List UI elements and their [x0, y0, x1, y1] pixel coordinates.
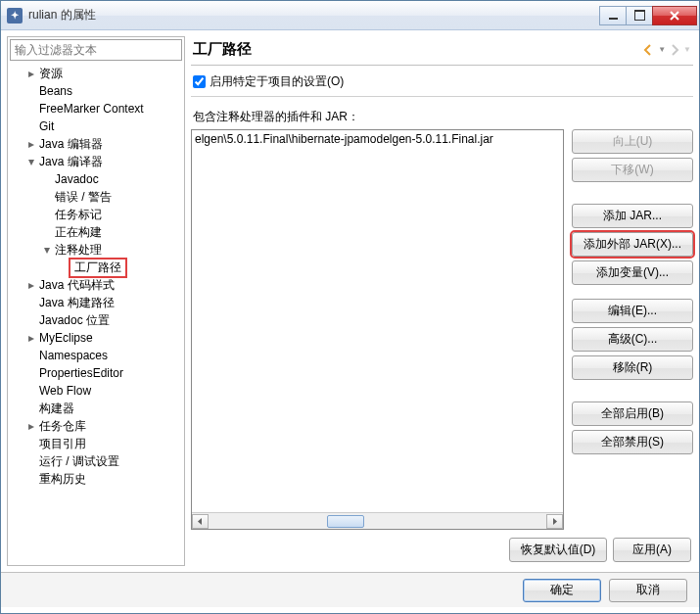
enable-project-checkbox[interactable]	[193, 75, 206, 88]
tree-item-label: Beans	[37, 84, 74, 98]
tree[interactable]: ▸资源▸Beans▸FreeMarker Context▸Git▸Java 编辑…	[8, 63, 184, 565]
tree-item[interactable]: ▾Java 编译器	[8, 153, 184, 170]
main-panel: 工厂路径 ▼ ▼ 启用特定于项目的设置(O) 包含注释处理器的插件和 JAR： …	[191, 36, 693, 566]
dialog-footer: 确定 取消	[1, 572, 699, 607]
tree-item[interactable]: ▸Java 代码样式	[8, 276, 184, 294]
tree-item-label: 任务仓库	[37, 418, 88, 435]
tree-item[interactable]: ▸运行 / 调试设置	[8, 452, 184, 470]
cancel-button[interactable]: 取消	[609, 579, 687, 602]
tree-item-label: MyEclipse	[37, 331, 95, 345]
window-buttons	[600, 6, 697, 25]
tree-item[interactable]: ▸工厂路径	[8, 259, 184, 276]
advanced-button[interactable]: 高级(C)...	[572, 327, 693, 352]
tree-item[interactable]: ▸FreeMarker Context	[8, 100, 184, 118]
tree-item[interactable]: ▸错误 / 警告	[8, 188, 184, 206]
window-title: rulian 的属性	[28, 7, 600, 24]
scroll-left-button[interactable]	[192, 514, 209, 529]
back-icon[interactable]	[642, 43, 656, 57]
tree-item-label: 重构历史	[37, 471, 88, 488]
sidebar: ▸资源▸Beans▸FreeMarker Context▸Git▸Java 编辑…	[7, 36, 185, 566]
add-external-jar-button[interactable]: 添加外部 JAR(X)...	[572, 232, 693, 257]
tree-item-label: Namespaces	[37, 349, 110, 362]
tree-item[interactable]: ▾注释处理	[8, 241, 184, 259]
chevron-right-icon[interactable]: ▸	[25, 331, 37, 345]
minimize-button[interactable]	[599, 6, 627, 25]
page-title: 工厂路径	[193, 40, 642, 59]
tree-item-label: 错误 / 警告	[53, 189, 114, 206]
tree-item[interactable]: ▸资源	[8, 65, 184, 82]
dropdown-icon[interactable]: ▼	[658, 45, 666, 54]
add-variable-button[interactable]: 添加变量(V)...	[572, 260, 693, 285]
tree-item-label: FreeMarker Context	[37, 102, 146, 116]
edit-button[interactable]: 编辑(E)...	[572, 299, 693, 323]
chevron-right-icon[interactable]: ▸	[25, 419, 37, 433]
tree-item-label: 资源	[37, 66, 65, 82]
chevron-down-icon[interactable]: ▾	[25, 155, 37, 168]
tree-item[interactable]: ▸MyEclipse	[8, 329, 184, 347]
enable-all-button[interactable]: 全部启用(B)	[572, 401, 693, 426]
enable-project-label: 启用特定于项目的设置(O)	[210, 73, 344, 90]
jar-listbox[interactable]: elgen\5.0.11.Final\hibernate-jpamodelgen…	[191, 129, 564, 530]
add-jar-button[interactable]: 添加 JAR...	[572, 204, 693, 228]
chevron-right-icon[interactable]: ▸	[25, 67, 37, 80]
tree-item[interactable]: ▸项目引用	[8, 435, 184, 452]
tree-item-label: 正在构建	[53, 224, 104, 241]
filter-input[interactable]	[10, 39, 182, 61]
scroll-track[interactable]	[209, 514, 546, 529]
horizontal-scrollbar[interactable]	[192, 512, 563, 529]
dropdown-icon: ▼	[683, 45, 691, 54]
chevron-right-icon[interactable]: ▸	[25, 137, 37, 151]
nav-arrows: ▼ ▼	[642, 43, 691, 57]
tree-item-label: Javadoc	[53, 172, 101, 186]
tree-item[interactable]: ▸Javadoc 位置	[8, 311, 184, 329]
tree-item-label: Java 代码样式	[37, 277, 117, 294]
scroll-thumb[interactable]	[327, 515, 364, 528]
ok-button[interactable]: 确定	[523, 579, 601, 602]
tree-item-label: PropertiesEditor	[37, 366, 125, 380]
tree-item[interactable]: ▸Java 构建路径	[8, 294, 184, 311]
tree-item[interactable]: ▸PropertiesEditor	[8, 364, 184, 382]
tree-item[interactable]: ▸正在构建	[8, 223, 184, 241]
tree-item-label: Java 编辑器	[37, 136, 105, 153]
apply-button[interactable]: 应用(A)	[613, 538, 691, 562]
titlebar: ✦ rulian 的属性	[1, 1, 699, 30]
tree-item-label: 工厂路径	[69, 258, 127, 278]
tree-item[interactable]: ▸Javadoc	[8, 170, 184, 188]
tree-item[interactable]: ▸Git	[8, 118, 184, 135]
tree-item-label: Javadoc 位置	[37, 312, 112, 329]
tree-item[interactable]: ▸Namespaces	[8, 347, 184, 364]
tree-item[interactable]: ▸任务标记	[8, 206, 184, 223]
tree-item-label: Java 构建路径	[37, 295, 117, 311]
tree-item-label: 运行 / 调试设置	[37, 453, 121, 470]
down-button[interactable]: 下移(W)	[572, 158, 693, 182]
tree-item-label: Web Flow	[37, 384, 93, 398]
tree-item-label: 注释处理	[53, 242, 104, 259]
remove-button[interactable]: 移除(R)	[572, 355, 693, 380]
tree-item-label: Git	[37, 119, 56, 133]
tree-item[interactable]: ▸任务仓库	[8, 417, 184, 435]
maximize-button[interactable]	[626, 6, 653, 25]
tree-item-label: 项目引用	[37, 436, 88, 452]
tree-item[interactable]: ▸Java 编辑器	[8, 135, 184, 153]
close-button[interactable]	[652, 6, 697, 25]
app-icon: ✦	[7, 8, 23, 24]
tree-item[interactable]: ▸Beans	[8, 82, 184, 100]
tree-item-label: Java 编译器	[37, 154, 105, 170]
tree-item[interactable]: ▸Web Flow	[8, 382, 184, 400]
tree-item-label: 任务标记	[53, 207, 104, 223]
forward-icon[interactable]	[668, 43, 681, 57]
close-icon	[670, 11, 679, 21]
chevron-right-icon[interactable]: ▸	[25, 278, 37, 292]
disable-all-button[interactable]: 全部禁用(S)	[572, 430, 693, 454]
tree-item[interactable]: ▸重构历史	[8, 470, 184, 488]
chevron-down-icon[interactable]: ▾	[41, 243, 53, 257]
tree-item[interactable]: ▸构建器	[8, 400, 184, 417]
list-item[interactable]: elgen\5.0.11.Final\hibernate-jpamodelgen…	[195, 132, 493, 146]
scroll-right-button[interactable]	[546, 514, 563, 529]
up-button[interactable]: 向上(U)	[572, 129, 693, 154]
restore-defaults-button[interactable]: 恢复默认值(D)	[509, 538, 607, 562]
plugins-label: 包含注释处理器的插件和 JAR：	[191, 99, 693, 129]
tree-item-label: 构建器	[37, 401, 76, 417]
